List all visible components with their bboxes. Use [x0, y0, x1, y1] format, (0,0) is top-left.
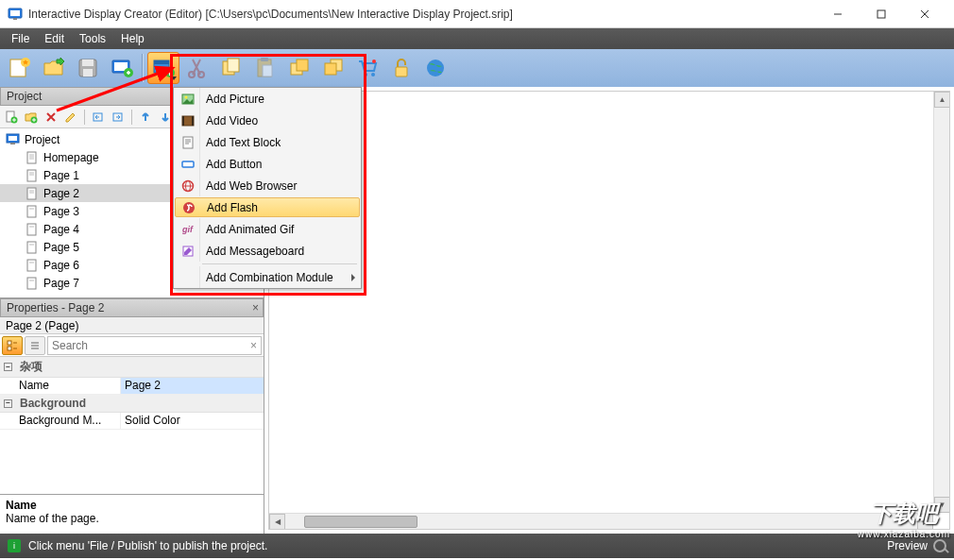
preview-label[interactable]: Preview — [887, 539, 928, 552]
svg-point-19 — [198, 72, 204, 77]
menu-add-combination[interactable]: Add Combination Module — [174, 266, 361, 288]
scroll-up-button[interactable]: ▲ — [934, 92, 950, 108]
property-row[interactable]: Background M... Solid Color — [0, 413, 264, 430]
watermark-url: www.xiazaiba.com — [858, 529, 950, 539]
page-label: Page 4 — [43, 223, 79, 236]
toolbar-separator — [84, 110, 85, 125]
paste-button[interactable] — [249, 52, 281, 84]
svg-rect-23 — [261, 58, 268, 61]
collapse-icon[interactable]: − — [4, 363, 12, 371]
move-right-button[interactable] — [110, 109, 127, 126]
delete-button[interactable] — [43, 109, 60, 126]
app-icon — [8, 7, 23, 22]
menu-label: Add Messageboard — [206, 245, 304, 258]
menu-file[interactable]: File — [4, 30, 37, 47]
bring-front-button[interactable] — [283, 52, 315, 84]
menu-label: Add Video — [206, 114, 258, 127]
canvas-area[interactable]: ▲ ▼ ◀ ▶ — [268, 91, 950, 530]
clear-search-icon[interactable]: × — [250, 339, 257, 352]
property-category[interactable]: −Background — [0, 395, 264, 413]
svg-rect-26 — [297, 59, 308, 71]
properties-grid[interactable]: −杂项 Name Page 2 −Background Background M… — [0, 357, 264, 494]
menu-add-button[interactable]: Add Button — [174, 153, 361, 175]
categorized-view-button[interactable] — [2, 336, 23, 355]
main-toolbar — [0, 49, 954, 87]
vertical-scrollbar[interactable]: ▲ ▼ — [933, 92, 949, 513]
project-panel-title: Project — [7, 90, 42, 103]
add-object-button[interactable] — [147, 52, 179, 84]
publish-button[interactable] — [106, 52, 138, 84]
monitor-icon — [6, 133, 21, 146]
zoom-icon[interactable] — [933, 539, 946, 552]
dropdown-arrow-icon — [171, 76, 177, 80]
svg-point-30 — [371, 73, 375, 76]
svg-point-31 — [372, 59, 376, 63]
toolbar-separator — [131, 110, 132, 125]
svg-rect-56 — [27, 242, 36, 253]
new-project-button[interactable] — [4, 52, 36, 84]
move-up-button[interactable] — [137, 109, 154, 126]
panel-close-icon[interactable]: × — [252, 301, 259, 314]
close-button[interactable] — [903, 0, 946, 28]
properties-panel: Page 2 (Page) × −杂项 Name Page 2 −Backgro… — [0, 317, 264, 534]
page-icon — [25, 223, 40, 236]
menu-add-gif[interactable]: gifAdd Animated Gif — [174, 218, 361, 240]
property-value[interactable]: Page 2 — [121, 378, 264, 394]
properties-search[interactable]: × — [47, 336, 262, 355]
collapse-icon[interactable]: − — [4, 399, 12, 408]
edit-button[interactable] — [62, 109, 79, 126]
window-title: Interactive Display Creator (Editor) [C:… — [28, 8, 816, 21]
globe-button[interactable] — [419, 52, 451, 84]
page-label: Page 5 — [43, 241, 79, 254]
lock-button[interactable] — [385, 52, 417, 84]
watermark: 下载吧 www.xiazaiba.com — [858, 499, 950, 539]
desc-title: Name — [6, 499, 258, 512]
search-input[interactable] — [52, 339, 250, 352]
svg-rect-24 — [263, 65, 272, 76]
horizontal-scrollbar[interactable]: ◀ ▶ — [269, 513, 933, 529]
scroll-left-button[interactable]: ◀ — [269, 514, 285, 530]
alphabetical-view-button[interactable] — [25, 336, 45, 355]
menu-add-flash[interactable]: Add Flash — [175, 197, 360, 217]
title-bar: Interactive Display Creator (Editor) [C:… — [0, 0, 954, 28]
svg-rect-42 — [27, 152, 36, 163]
copy-button[interactable] — [215, 52, 247, 84]
property-value[interactable]: Solid Color — [121, 413, 264, 429]
svg-rect-74 — [183, 137, 193, 148]
minimize-button[interactable] — [816, 0, 860, 28]
page-label: Page 6 — [43, 259, 79, 272]
svg-rect-72 — [182, 116, 184, 126]
cut-button[interactable] — [181, 52, 213, 84]
add-folder-button[interactable] — [23, 109, 40, 126]
maximize-button[interactable] — [860, 0, 903, 28]
menu-label: Add Text Block — [206, 136, 281, 149]
cart-button[interactable] — [351, 52, 383, 84]
menu-tools[interactable]: Tools — [72, 30, 113, 47]
property-category[interactable]: −杂项 — [0, 357, 264, 378]
menu-label: Add Animated Gif — [206, 223, 294, 236]
send-back-button[interactable] — [317, 52, 349, 84]
save-button[interactable] — [72, 52, 104, 84]
property-row[interactable]: Name Page 2 — [0, 378, 264, 395]
status-bar: i Click menu 'File / Publish' to publish… — [0, 534, 954, 558]
menu-add-picture[interactable]: Add Picture — [174, 88, 361, 110]
menu-label: Add Picture — [206, 93, 264, 106]
menu-add-text[interactable]: Add Text Block — [174, 131, 361, 153]
menu-edit[interactable]: Edit — [37, 30, 72, 47]
svg-rect-73 — [192, 116, 194, 126]
menu-help[interactable]: Help — [113, 30, 152, 47]
menu-separator — [202, 263, 357, 264]
properties-panel-title: Properties - Page 2 — [7, 301, 104, 314]
page-icon — [25, 259, 40, 272]
submenu-arrow-icon — [351, 274, 355, 281]
move-left-button[interactable] — [90, 109, 107, 126]
menu-add-messageboard[interactable]: Add Messageboard — [174, 240, 361, 262]
open-project-button[interactable] — [38, 52, 70, 84]
add-page-button[interactable] — [3, 109, 20, 126]
desc-text: Name of the page. — [6, 512, 258, 525]
page-label: Page 1 — [43, 169, 79, 182]
menu-add-video[interactable]: Add Video — [174, 110, 361, 131]
move-down-button[interactable] — [157, 109, 174, 126]
scrollbar-thumb[interactable] — [304, 516, 417, 528]
menu-add-browser[interactable]: Add Web Browser — [174, 175, 361, 196]
